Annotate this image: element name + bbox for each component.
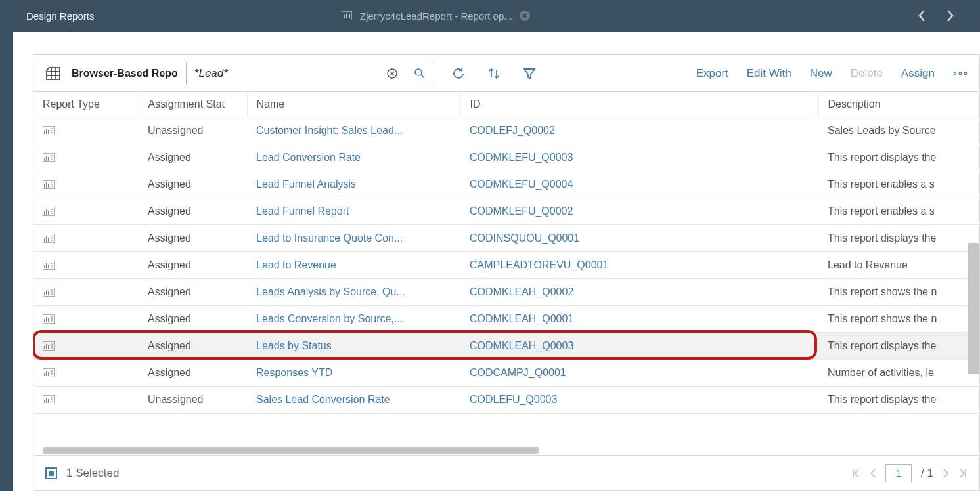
table-row[interactable]: UnassignedCustomer Insight: Sales Lead..…	[33, 117, 979, 144]
cell-name[interactable]: Responses YTD	[247, 360, 460, 387]
svg-rect-66	[44, 346, 45, 349]
cell-name[interactable]: Lead to Revenue	[247, 252, 460, 279]
main-area: Browser-Based Repo Export E	[13, 32, 980, 491]
content-panel: Browser-Based Repo Export E	[33, 54, 980, 491]
report-icon	[342, 11, 352, 20]
grid-icon	[45, 66, 61, 81]
assign-button[interactable]: Assign	[901, 67, 935, 80]
table-row[interactable]: AssignedLeads by StatusCODMKLEAH_Q0003Th…	[33, 333, 979, 360]
table-row[interactable]: AssignedLead Funnel AnalysisCODMKLEFU_Q0…	[33, 171, 979, 198]
cell-status: Assigned	[139, 225, 247, 252]
report-type-icon	[43, 126, 129, 135]
cell-id[interactable]: CODMKLEFU_Q0004	[460, 171, 818, 198]
svg-rect-38	[44, 238, 45, 242]
col-name[interactable]: Name	[247, 92, 460, 117]
nav-prev-icon[interactable]	[918, 9, 926, 22]
table-row[interactable]: UnassignedSales Lead Conversion RateCODL…	[33, 387, 979, 414]
new-button[interactable]: New	[810, 67, 832, 80]
table-row[interactable]: AssignedLead to RevenueCAMPLEADTOREVU_Q0…	[33, 252, 979, 279]
col-description[interactable]: Description	[818, 92, 979, 117]
cell-name[interactable]: Lead Conversion Rate	[247, 144, 460, 171]
cell-status: Assigned	[139, 279, 247, 306]
svg-rect-74	[46, 371, 47, 376]
cell-name[interactable]: Sales Lead Conversion Rate	[247, 387, 460, 414]
cell-id[interactable]: CODCAMPJ_Q0001	[460, 360, 818, 387]
search-input[interactable]	[187, 62, 380, 85]
cell-description: This report enables a s	[818, 198, 979, 225]
sort-icon[interactable]	[481, 66, 506, 81]
svg-rect-80	[44, 400, 45, 403]
svg-rect-73	[44, 373, 45, 376]
cell-id[interactable]: CODLEFU_Q0003	[460, 387, 818, 414]
tab-design-reports[interactable]: Design Reports	[13, 0, 328, 32]
cell-id[interactable]: CODMKLEFU_Q0003	[460, 144, 818, 171]
page-input[interactable]	[885, 464, 912, 482]
horizontal-scrollbar[interactable]	[43, 447, 539, 454]
svg-point-7	[959, 72, 962, 75]
svg-rect-10	[44, 131, 45, 134]
svg-rect-11	[46, 129, 47, 134]
cell-name[interactable]: Leads Conversion by Source,...	[247, 306, 460, 333]
cell-id[interactable]: CAMPLEADTOREVU_Q0001	[460, 252, 818, 279]
tab-open-report[interactable]: Zjerryc4cLeadReport - Report op... ✕	[328, 0, 535, 32]
report-type-icon	[43, 288, 129, 297]
svg-rect-32	[46, 209, 47, 215]
col-assignment-status[interactable]: Assignment Stat	[139, 92, 247, 117]
pager: / 1	[851, 464, 968, 482]
top-bar: Design Reports Zjerryc4cLeadReport - Rep…	[13, 0, 980, 32]
clear-icon[interactable]	[380, 68, 405, 79]
cell-type	[33, 333, 139, 360]
nav-next-icon[interactable]	[946, 9, 954, 22]
table-row[interactable]: AssignedLeads Conversion by Source,...CO…	[33, 306, 979, 333]
cell-description: This report shows the n	[818, 306, 979, 333]
cell-name[interactable]: Customer Insight: Sales Lead...	[247, 117, 460, 144]
svg-rect-82	[48, 399, 49, 403]
cell-id[interactable]: CODMKLEAH_Q0001	[460, 306, 818, 333]
table-row[interactable]: AssignedLead Conversion RateCODMKLEFU_Q0…	[33, 144, 979, 171]
cell-status: Assigned	[139, 306, 247, 333]
svg-rect-25	[46, 182, 47, 188]
table-row[interactable]: AssignedLead to Insurance Quote Con...CO…	[33, 225, 979, 252]
cell-id[interactable]: CODMKLEAH_Q0002	[460, 279, 818, 306]
cell-id[interactable]: CODLEFJ_Q0002	[460, 117, 818, 144]
select-all-checkbox[interactable]	[45, 467, 57, 479]
cell-name[interactable]: Lead Funnel Report	[247, 198, 460, 225]
svg-rect-81	[46, 398, 47, 403]
svg-rect-33	[48, 211, 49, 215]
close-icon[interactable]: ✕	[520, 11, 530, 21]
cell-description: Lead to Revenue	[818, 252, 979, 279]
cell-status: Assigned	[139, 144, 247, 171]
svg-rect-46	[46, 263, 47, 268]
cell-name[interactable]: Lead to Insurance Quote Con...	[247, 225, 460, 252]
cell-description: This report shows the n	[818, 279, 979, 306]
cell-id[interactable]: CODMKLEAH_Q0003	[460, 333, 818, 360]
table-row[interactable]: AssignedLead Funnel ReportCODMKLEFU_Q000…	[33, 198, 979, 225]
report-type-icon	[43, 395, 129, 404]
col-report-type[interactable]: Report Type	[33, 92, 139, 117]
report-type-icon	[43, 153, 129, 162]
edit-with-button[interactable]: Edit With	[747, 67, 791, 80]
svg-point-8	[964, 72, 967, 75]
col-id[interactable]: ID	[460, 92, 818, 117]
cell-name[interactable]: Leads Analysis by Source, Qu...	[247, 279, 460, 306]
table-row[interactable]: AssignedResponses YTDCODCAMPJ_Q0001Numbe…	[33, 360, 979, 387]
svg-rect-59	[44, 319, 45, 322]
more-icon[interactable]	[953, 71, 968, 76]
svg-rect-12	[48, 130, 49, 134]
export-button[interactable]: Export	[696, 67, 728, 80]
svg-rect-17	[44, 158, 45, 161]
filter-icon[interactable]	[517, 66, 542, 81]
search-icon[interactable]	[405, 68, 435, 79]
cell-name[interactable]: Lead Funnel Analysis	[247, 171, 460, 198]
cell-id[interactable]: CODMKLEFU_Q0002	[460, 198, 818, 225]
cell-type	[33, 279, 139, 306]
svg-rect-47	[48, 265, 49, 268]
vertical-scrollbar[interactable]	[968, 243, 979, 374]
report-type-icon	[43, 314, 129, 324]
refresh-icon[interactable]	[446, 66, 471, 81]
cell-id[interactable]: CODINSQUOU_Q0001	[460, 225, 818, 252]
cell-name[interactable]: Leads by Status	[247, 333, 460, 360]
table-row[interactable]: AssignedLeads Analysis by Source, Qu...C…	[33, 279, 979, 306]
cell-status: Assigned	[139, 171, 247, 198]
cell-type	[33, 117, 139, 144]
